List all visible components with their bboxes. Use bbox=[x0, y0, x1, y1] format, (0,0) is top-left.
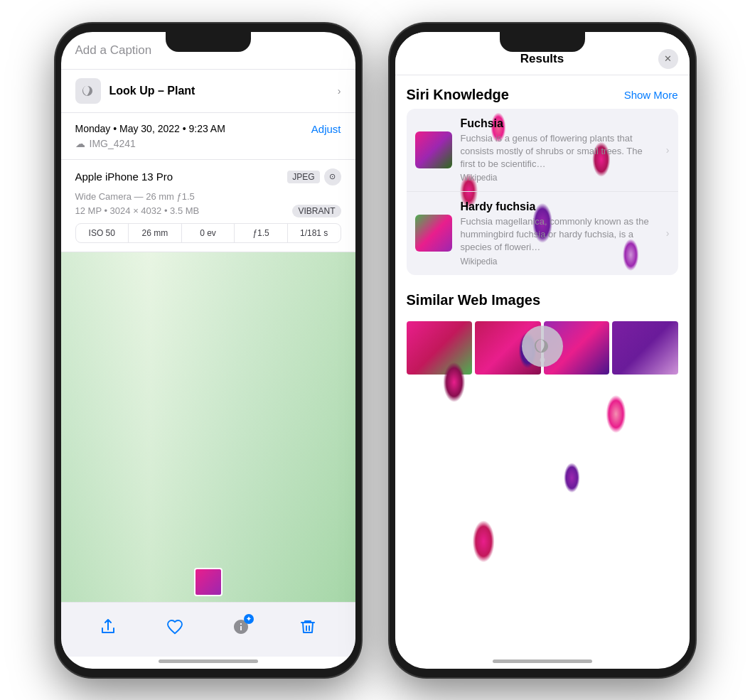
knowledge-item-hardy-fuchsia[interactable]: Hardy fuchsia Fuchsia magellanica, commo… bbox=[407, 191, 678, 275]
left-phone: Add a Caption Look Up – Plant › Monday •… bbox=[55, 23, 361, 677]
right-phone: Results ✕ Siri Knowledge Show More Fuc bbox=[390, 23, 695, 677]
device-section: Apple iPhone 13 Pro JPEG ⊙ Wide Camera —… bbox=[61, 160, 355, 252]
filename-row: ☁ IMG_4241 bbox=[75, 138, 341, 149]
knowledge-item-fuchsia[interactable]: Fuchsia Fuchsia is a genus of flowering … bbox=[407, 109, 678, 192]
exif-aperture: ƒ1.5 bbox=[235, 224, 288, 242]
toolbar: ✦ bbox=[61, 602, 355, 657]
photo-date: Monday • May 30, 2022 • 9:23 AM bbox=[75, 123, 225, 134]
right-home-bar bbox=[493, 659, 592, 663]
knowledge-card: Fuchsia Fuchsia is a genus of flowering … bbox=[407, 109, 678, 275]
lookup-chevron: › bbox=[338, 85, 341, 97]
map-thumbnail bbox=[194, 568, 223, 596]
dimensions: 12 MP • 3024 × 4032 • 3.5 MB bbox=[75, 205, 200, 216]
device-name: Apple iPhone 13 Pro bbox=[75, 171, 173, 183]
caption-placeholder[interactable]: Add a Caption bbox=[75, 43, 152, 57]
exif-focal: 26 mm bbox=[129, 224, 182, 242]
hardy-fuchsia-description: Fuchsia magellanica, commonly known as t… bbox=[461, 215, 658, 254]
exif-row: ISO 50 26 mm 0 ev ƒ1.5 1/181 s bbox=[75, 223, 341, 243]
left-screen: Add a Caption Look Up – Plant › Monday •… bbox=[61, 32, 355, 669]
info-badge: ✦ bbox=[244, 614, 254, 624]
fuchsia-name: Fuchsia bbox=[461, 117, 658, 130]
trash-icon bbox=[299, 618, 316, 635]
delete-button[interactable] bbox=[292, 611, 323, 642]
exif-ev: 0 ev bbox=[182, 224, 235, 242]
share-button[interactable] bbox=[92, 611, 124, 642]
siri-leaf-icon bbox=[532, 336, 552, 356]
fuchsia-description: Fuchsia is a genus of flowering plants t… bbox=[461, 132, 658, 171]
home-bar bbox=[159, 659, 258, 663]
notch bbox=[166, 32, 251, 52]
share-icon bbox=[100, 618, 117, 635]
filename: IMG_4241 bbox=[90, 138, 136, 149]
fuchsia-source: Wikipedia bbox=[461, 173, 658, 183]
hardy-fuchsia-text: Hardy fuchsia Fuchsia magellanica, commo… bbox=[461, 200, 658, 266]
exif-iso: ISO 50 bbox=[76, 224, 129, 242]
right-notch bbox=[500, 32, 585, 52]
info-section: Monday • May 30, 2022 • 9:23 AM Adjust ☁… bbox=[61, 113, 355, 160]
exif-shutter: 1/181 s bbox=[288, 224, 341, 242]
heart-icon bbox=[166, 618, 183, 635]
map-decoration bbox=[61, 252, 355, 602]
leaf-icon bbox=[81, 84, 95, 98]
vibrant-badge: VIBRANT bbox=[292, 205, 341, 217]
camera-spec: Wide Camera — 26 mm ƒ1.5 bbox=[75, 191, 341, 202]
favorite-button[interactable] bbox=[159, 611, 191, 642]
camera-spec2: 12 MP • 3024 × 4032 • 3.5 MB VIBRANT bbox=[75, 205, 341, 217]
lookup-row[interactable]: Look Up – Plant › bbox=[61, 70, 355, 113]
right-screen: Results ✕ Siri Knowledge Show More Fuc bbox=[395, 32, 690, 669]
cloud-icon: ☁ bbox=[75, 138, 85, 149]
device-badges: JPEG ⊙ bbox=[287, 168, 341, 185]
adjust-button[interactable]: Adjust bbox=[311, 123, 341, 135]
fuchsia-text: Fuchsia Fuchsia is a genus of flowering … bbox=[461, 117, 658, 183]
map-area[interactable] bbox=[61, 252, 355, 602]
hardy-fuchsia-thumbnail bbox=[415, 215, 452, 252]
jpeg-badge: JPEG bbox=[287, 171, 319, 183]
date-row: Monday • May 30, 2022 • 9:23 AM Adjust bbox=[75, 123, 341, 135]
siri-icon-bubble[interactable] bbox=[522, 325, 563, 367]
info-button[interactable]: ✦ bbox=[225, 611, 257, 642]
hardy-fuchsia-source: Wikipedia bbox=[461, 257, 658, 266]
fuchsia-thumbnail bbox=[415, 131, 452, 168]
fuchsia-chevron: › bbox=[666, 144, 670, 156]
device-row: Apple iPhone 13 Pro JPEG ⊙ bbox=[75, 168, 341, 185]
hardy-fuchsia-name: Hardy fuchsia bbox=[461, 200, 658, 213]
settings-icon[interactable]: ⊙ bbox=[324, 168, 341, 185]
lookup-icon bbox=[75, 78, 101, 104]
lookup-label: Look Up – Plant bbox=[109, 85, 329, 97]
hardy-fuchsia-chevron: › bbox=[666, 227, 670, 239]
